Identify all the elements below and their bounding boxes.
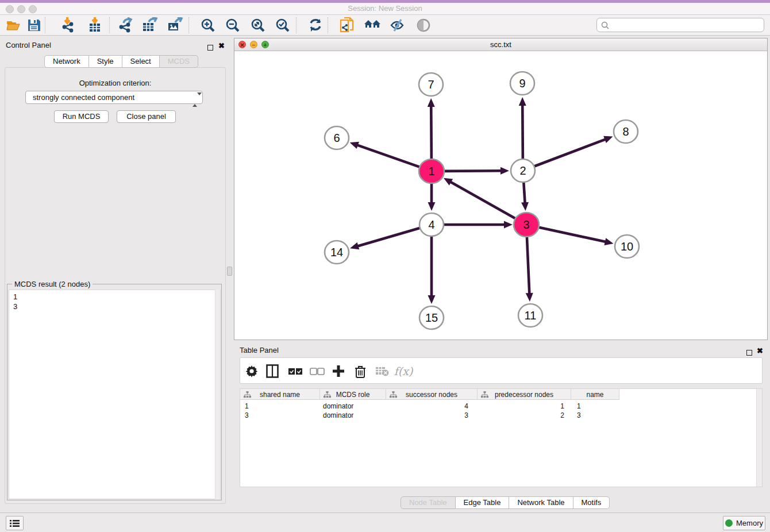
memory-button[interactable]: Memory <box>723 516 765 530</box>
panel-splitter-grip[interactable] <box>227 267 232 276</box>
table-row[interactable]: 3 dominator 3 2 3 <box>240 411 619 420</box>
graph-node-3[interactable]: 3 <box>514 213 539 237</box>
graph-node-9[interactable]: 9 <box>510 72 534 95</box>
tab-network-table[interactable]: Network Table <box>509 496 573 509</box>
window-zoom-button[interactable] <box>29 5 37 13</box>
show-all-homes-icon[interactable] <box>363 17 382 34</box>
column-header-predecessor-nodes[interactable]: predecessor nodes <box>478 389 571 400</box>
table-scrollbar[interactable] <box>756 389 762 487</box>
network-close-button[interactable]: ✕ <box>238 41 246 48</box>
graph-node-11[interactable]: 11 <box>518 304 542 327</box>
graph-edge-2-8[interactable] <box>533 139 607 167</box>
arrowhead-icon <box>603 136 613 143</box>
graph-edge-3-1[interactable] <box>449 182 517 219</box>
column-header-shared-name[interactable]: shared name <box>240 389 320 400</box>
graph-edge-4-14[interactable] <box>357 228 421 246</box>
show-columns-icon[interactable] <box>263 363 282 380</box>
network-maximize-button[interactable]: + <box>261 41 269 48</box>
float-panel-icon[interactable] <box>207 43 213 53</box>
mcds-result-textarea[interactable]: 1 3 <box>9 290 221 499</box>
graph-node-2[interactable]: 2 <box>511 159 535 182</box>
search-field[interactable] <box>596 18 764 32</box>
tab-node-table[interactable]: Node Table <box>401 496 456 509</box>
node-label: 9 <box>519 77 525 90</box>
graph-edge-2-3[interactable] <box>523 182 525 204</box>
graph-node-10[interactable]: 10 <box>615 235 639 258</box>
node-table[interactable]: shared name MCDS role successor nodes pr… <box>240 388 763 487</box>
tab-network[interactable]: Network <box>44 55 89 68</box>
network-minimize-button[interactable]: − <box>250 41 257 48</box>
mcds-result-group: MCDS result (2 nodes) 1 3 <box>7 284 222 500</box>
cell-predecessor-nodes: 1 <box>478 402 571 411</box>
column-header-name[interactable]: name <box>571 389 619 400</box>
close-panel-icon[interactable]: ✖ <box>218 40 225 51</box>
column-header-successor-nodes[interactable]: successor nodes <box>386 389 478 400</box>
run-mcds-button[interactable]: Run MCDS <box>54 110 109 123</box>
hide-selected-eye-slash-icon[interactable] <box>388 17 407 34</box>
export-network-icon[interactable] <box>116 17 135 34</box>
graph-edge-1-6[interactable] <box>356 145 421 168</box>
graph-edge-3-10[interactable] <box>537 227 607 242</box>
duplicate-network-icon[interactable] <box>337 17 357 34</box>
table-settings-gear-icon[interactable] <box>242 363 261 380</box>
zoom-selected-icon[interactable] <box>273 17 292 34</box>
result-scrollbar[interactable] <box>215 290 220 499</box>
control-panel-tabs: Network Style Select MCDS <box>44 55 198 68</box>
graph-node-8[interactable]: 8 <box>614 120 638 143</box>
graph-edge-1-7[interactable] <box>431 105 432 160</box>
open-session-icon[interactable] <box>3 17 23 34</box>
save-session-icon[interactable] <box>24 17 44 34</box>
close-panel-button[interactable]: Close panel <box>117 110 176 123</box>
window-minimize-button[interactable] <box>17 5 25 13</box>
node-label: 7 <box>428 78 434 91</box>
task-history-button[interactable] <box>6 516 24 530</box>
network-window-title: scc.txt <box>234 38 767 51</box>
zoom-in-icon[interactable] <box>198 17 218 34</box>
graph-edge-3-11[interactable] <box>527 236 530 295</box>
apply-layout-icon[interactable] <box>306 17 325 34</box>
select-all-checkboxes-icon[interactable] <box>286 363 305 380</box>
float-table-panel-icon[interactable] <box>746 348 752 358</box>
graph-edge-1-2[interactable] <box>442 171 502 171</box>
add-column-plus-icon[interactable] <box>329 363 348 380</box>
memory-status-dot <box>725 519 733 527</box>
tab-select[interactable]: Select <box>122 55 160 68</box>
tab-mcds[interactable]: MCDS <box>160 55 198 68</box>
export-table-icon[interactable] <box>140 17 160 34</box>
export-image-icon[interactable] <box>165 17 185 34</box>
toolbar-separator <box>109 17 110 33</box>
cell-predecessor-nodes: 2 <box>478 411 571 420</box>
cell-successor-nodes: 3 <box>386 411 478 420</box>
show-hidden-eye-icon[interactable] <box>414 17 433 34</box>
tab-edge-table[interactable]: Edge Table <box>456 496 510 509</box>
tab-style[interactable]: Style <box>89 55 122 68</box>
graph-node-6[interactable]: 6 <box>325 126 349 149</box>
column-header-mcds-role[interactable]: MCDS role <box>320 389 386 400</box>
network-graph[interactable]: 7968124314101511 <box>234 51 767 340</box>
graph-node-7[interactable]: 7 <box>419 73 443 96</box>
criterion-dropdown[interactable]: strongly connected component <box>25 91 203 104</box>
toolbar-separator <box>45 17 45 33</box>
graph-edge-2-9[interactable] <box>522 104 523 160</box>
column-type-icon <box>244 391 251 398</box>
table-row[interactable]: 1 dominator 4 1 1 <box>240 402 619 411</box>
graph-node-14[interactable]: 14 <box>325 241 349 264</box>
import-network-icon[interactable] <box>59 17 78 34</box>
window-close-button[interactable] <box>6 5 14 13</box>
tab-motifs[interactable]: Motifs <box>573 496 610 509</box>
search-input[interactable] <box>612 21 764 29</box>
graph-node-15[interactable]: 15 <box>419 306 444 329</box>
zoom-out-icon[interactable] <box>223 17 242 34</box>
column-type-icon <box>324 391 331 398</box>
network-canvas[interactable]: 7968124314101511 <box>234 51 767 340</box>
delete-column-trash-icon[interactable] <box>351 363 369 380</box>
cell-successor-nodes: 4 <box>386 402 478 411</box>
close-table-panel-icon[interactable]: ✖ <box>757 345 763 356</box>
graph-node-1[interactable]: 1 <box>419 159 444 183</box>
graph-node-4[interactable]: 4 <box>419 213 444 236</box>
deselect-all-checkboxes-icon[interactable] <box>308 363 326 380</box>
import-table-icon[interactable] <box>85 17 105 34</box>
arrowhead-icon <box>428 202 436 211</box>
zoom-fit-icon[interactable] <box>248 17 268 34</box>
chevron-up-down-icon <box>192 94 198 106</box>
